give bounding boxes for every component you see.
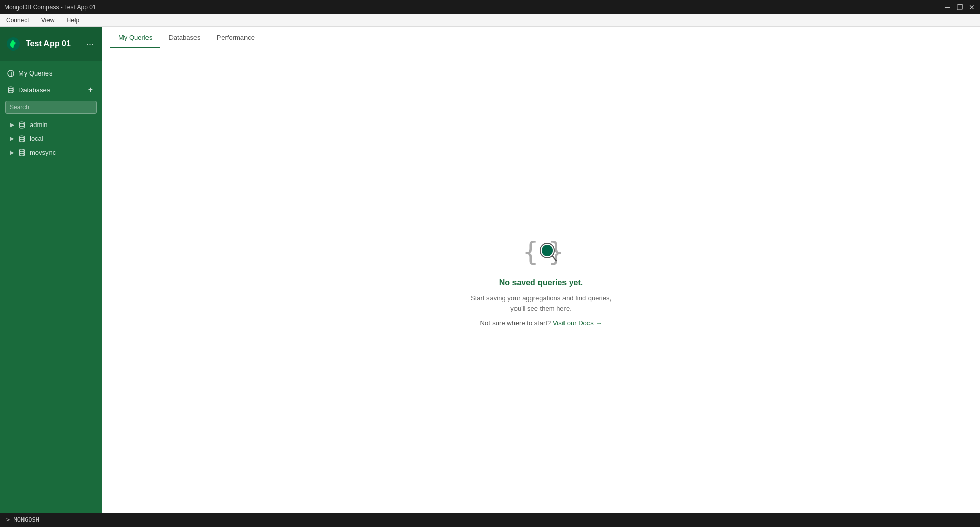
sidebar-item-my-queries[interactable]: {} My Queries xyxy=(0,65,102,81)
sidebar-databases-header-left: Databases xyxy=(7,86,50,94)
docs-link[interactable]: Visit our Docs → xyxy=(553,319,602,327)
sidebar-options-button[interactable]: ··· xyxy=(84,37,96,52)
add-database-button[interactable]: + xyxy=(86,85,95,94)
sidebar-header-left: Test App 01 xyxy=(6,37,71,51)
sidebar-databases-header[interactable]: Databases + xyxy=(0,81,102,98)
search-input[interactable] xyxy=(5,101,97,114)
docs-prefix: Not sure where to start? xyxy=(480,319,551,327)
bottom-bar: >_MONGOSH xyxy=(0,513,980,527)
queries-icon: {} xyxy=(7,70,14,77)
tab-databases[interactable]: Databases xyxy=(160,27,208,48)
app-body: Test App 01 ··· {} My Queries xyxy=(0,27,980,513)
mongosh-label: >_MONGOSH xyxy=(6,516,39,523)
db-name-local: local xyxy=(30,135,43,142)
svg-text:{: { xyxy=(523,236,538,267)
empty-state-icon: { } xyxy=(521,234,561,270)
empty-state-subtitle: Start saving your aggregations and find … xyxy=(464,293,618,313)
db-icon-movsync xyxy=(18,149,26,156)
svg-point-12 xyxy=(19,124,24,126)
databases-icon xyxy=(7,86,14,93)
svg-point-18 xyxy=(19,149,24,152)
tab-my-queries[interactable]: My Queries xyxy=(110,27,160,48)
menubar: Connect View Help xyxy=(0,14,980,27)
close-button[interactable]: ✕ xyxy=(968,3,976,11)
db-name-movsync: movsync xyxy=(30,148,56,156)
sidebar-header: Test App 01 ··· xyxy=(0,27,102,61)
chevron-icon: ▶ xyxy=(10,136,14,141)
db-item-local[interactable]: ▶ local xyxy=(0,132,102,145)
titlebar-title: MongoDB Compass - Test App 01 xyxy=(4,4,96,11)
titlebar: MongoDB Compass - Test App 01 ─ ❐ ✕ xyxy=(0,0,980,14)
svg-point-16 xyxy=(19,140,24,142)
leaf-icon xyxy=(6,37,20,51)
svg-point-22 xyxy=(19,152,24,154)
tabs-bar: My Queries Databases Performance xyxy=(102,27,980,48)
db-name-admin: admin xyxy=(30,121,47,129)
svg-point-13 xyxy=(19,136,24,138)
chevron-icon: ▶ xyxy=(10,122,14,128)
app-title: Test App 01 xyxy=(26,39,71,48)
chevron-icon: ▶ xyxy=(10,149,14,155)
empty-state: { } No saved queries yet. Start saving y… xyxy=(464,234,618,327)
sidebar-databases-label: Databases xyxy=(18,86,50,94)
db-item-admin[interactable]: ▶ admin xyxy=(0,118,102,132)
svg-point-6 xyxy=(8,91,13,93)
empty-state-title: No saved queries yet. xyxy=(499,278,583,287)
restore-button[interactable]: ❐ xyxy=(955,3,964,11)
menu-item-view[interactable]: View xyxy=(39,16,57,25)
svg-text:{}: {} xyxy=(9,71,12,77)
menu-item-help[interactable]: Help xyxy=(65,16,82,25)
db-icon-local xyxy=(18,135,26,142)
svg-point-17 xyxy=(19,138,24,140)
menu-item-connect[interactable]: Connect xyxy=(4,16,31,25)
svg-point-8 xyxy=(19,122,24,124)
sidebar-item-my-queries-label: My Queries xyxy=(18,69,52,77)
db-icon-admin xyxy=(18,121,26,129)
main-content: My Queries Databases Performance { } xyxy=(102,27,980,513)
svg-point-21 xyxy=(19,154,24,156)
docs-link-row: Not sure where to start? Visit our Docs … xyxy=(480,319,602,327)
search-container xyxy=(0,98,102,118)
tab-performance[interactable]: Performance xyxy=(209,27,263,48)
sidebar-nav: {} My Queries Databases + xyxy=(0,61,102,513)
titlebar-controls: ─ ❐ ✕ xyxy=(943,3,976,11)
db-item-movsync[interactable]: ▶ movsync xyxy=(0,145,102,159)
svg-point-11 xyxy=(19,126,24,128)
svg-point-3 xyxy=(8,87,13,89)
sidebar: Test App 01 ··· {} My Queries xyxy=(0,27,102,513)
minimize-button[interactable]: ─ xyxy=(943,3,951,11)
content-area: { } No saved queries yet. Start saving y… xyxy=(102,48,980,513)
svg-point-7 xyxy=(8,89,13,91)
svg-point-26 xyxy=(542,245,553,256)
